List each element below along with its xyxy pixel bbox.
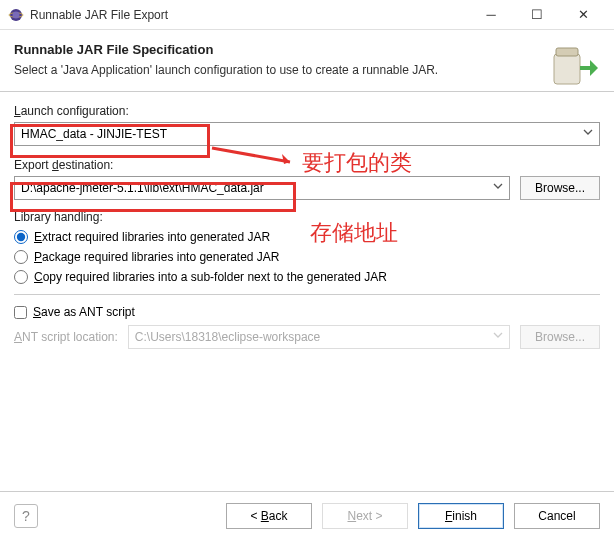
help-button[interactable]: ? — [14, 504, 38, 528]
window-title: Runnable JAR File Export — [30, 8, 468, 22]
back-button[interactable]: < Back — [226, 503, 312, 529]
ant-location-label: ANT script location: — [14, 330, 118, 344]
radio-extract-input[interactable] — [14, 230, 28, 244]
launch-config-combo[interactable]: HMAC_data - JINJIE-TEST — [14, 122, 600, 146]
launch-config-value: HMAC_data - JINJIE-TEST — [21, 127, 167, 141]
radio-extract-label: Extract required libraries into generate… — [34, 230, 270, 244]
jar-export-icon — [548, 44, 600, 92]
export-dest-value: D:\apache-jmeter-5.1.1\lib\ext\HMAC_data… — [21, 181, 264, 195]
save-ant-row[interactable]: Save as ANT script — [14, 305, 600, 319]
next-button: Next > — [322, 503, 408, 529]
export-dest-row: D:\apache-jmeter-5.1.1\lib\ext\HMAC_data… — [14, 176, 600, 200]
radio-copy-input[interactable] — [14, 270, 28, 284]
save-ant-checkbox[interactable] — [14, 306, 27, 319]
chevron-down-icon — [493, 330, 503, 340]
chevron-down-icon — [493, 181, 503, 191]
ant-location-row: ANT script location: C:\Users\18318\ecli… — [14, 325, 600, 349]
header-subtitle: Select a 'Java Application' launch confi… — [14, 63, 600, 77]
export-dest-label: Export destination: — [14, 158, 600, 172]
chevron-down-icon — [583, 127, 593, 137]
library-handling-label: Library handling: — [14, 210, 600, 224]
close-button[interactable]: ✕ — [560, 0, 606, 30]
maximize-button[interactable]: ☐ — [514, 0, 560, 30]
radio-extract[interactable]: Extract required libraries into generate… — [14, 230, 600, 244]
system-buttons: ─ ☐ ✕ — [468, 0, 606, 30]
save-ant-label: Save as ANT script — [33, 305, 135, 319]
browse-ant-button: Browse... — [520, 325, 600, 349]
radio-package-label: Package required libraries into generate… — [34, 250, 279, 264]
separator — [14, 294, 600, 295]
ant-location-combo: C:\Users\18318\eclipse-workspace — [128, 325, 510, 349]
svg-point-2 — [13, 11, 20, 18]
svg-rect-4 — [556, 48, 578, 56]
eclipse-icon — [8, 7, 24, 23]
dialog-content: Launch configuration: HMAC_data - JINJIE… — [0, 92, 614, 371]
dialog-footer: ? < Back Next > Finish Cancel — [0, 491, 614, 539]
radio-package-input[interactable] — [14, 250, 28, 264]
radio-copy-label: Copy required libraries into a sub-folde… — [34, 270, 387, 284]
cancel-button[interactable]: Cancel — [514, 503, 600, 529]
dialog-header: Runnable JAR File Specification Select a… — [0, 30, 614, 92]
titlebar: Runnable JAR File Export ─ ☐ ✕ — [0, 0, 614, 30]
radio-copy[interactable]: Copy required libraries into a sub-folde… — [14, 270, 600, 284]
header-title: Runnable JAR File Specification — [14, 42, 600, 57]
ant-location-value: C:\Users\18318\eclipse-workspace — [135, 330, 320, 344]
browse-dest-button[interactable]: Browse... — [520, 176, 600, 200]
radio-package[interactable]: Package required libraries into generate… — [14, 250, 600, 264]
svg-rect-3 — [554, 54, 580, 84]
minimize-button[interactable]: ─ — [468, 0, 514, 30]
launch-config-label: Launch configuration: — [14, 104, 600, 118]
export-dest-combo[interactable]: D:\apache-jmeter-5.1.1\lib\ext\HMAC_data… — [14, 176, 510, 200]
finish-button[interactable]: Finish — [418, 503, 504, 529]
